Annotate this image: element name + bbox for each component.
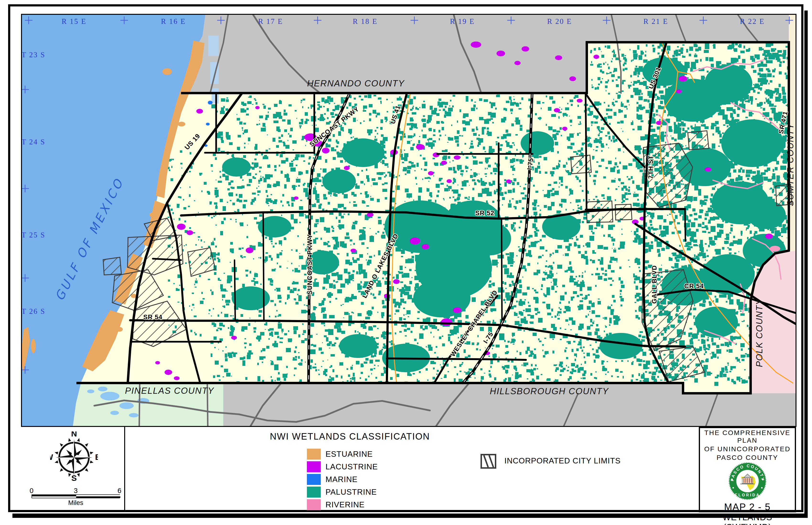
scale-tick-3: 3 [74, 487, 77, 495]
title-line-3: PASCO COUNTY [700, 454, 795, 462]
legend-item-lacustrine: LACUSTRINE [307, 461, 378, 472]
city-limits-swatch [480, 454, 496, 469]
legend-swatch-estuarine [307, 449, 321, 460]
legend-label-lacustrine: LACUSTRINE [325, 462, 378, 471]
legend-item-riverine: RIVERINE [307, 499, 365, 510]
title-line-1: THE COMPREHENSIVE PLAN [700, 429, 795, 444]
compass-s: S [71, 474, 77, 482]
compass-rose: N S W E [50, 432, 98, 482]
legend-label-palustrine: PALUSTRINE [325, 487, 377, 497]
scale-seg [76, 496, 120, 498]
map-number: MAP 2 - 5 [700, 501, 795, 512]
legend-swatch-palustrine [307, 486, 321, 498]
legend-swatch-marine [307, 474, 321, 485]
scale-unit: Miles [31, 499, 120, 507]
compass-n: N [71, 432, 77, 438]
map-sheet: HERNANDO COUNTYPINELLAS COUNTYHILLSBOROU… [0, 0, 812, 525]
page-shadow-right [804, 11, 808, 518]
scale-tick-0: 0 [30, 487, 33, 495]
legend-swatch-riverine [307, 499, 321, 510]
compass-w: W [50, 452, 53, 462]
compass-e: E [95, 452, 98, 462]
city-limits-hatch-icon [482, 455, 495, 467]
legend-label-marine: MARINE [325, 475, 358, 484]
scale-bar: 0 3 6 Miles [31, 487, 120, 507]
scale-seg [32, 496, 76, 498]
map-subtitle: WETLANDS (SWFWMD) [700, 512, 795, 525]
title-line-2: OF UNINCORPORATED [700, 445, 795, 453]
scale-bar-graphic [31, 494, 120, 498]
scale-ticks: 0 3 6 [31, 487, 120, 494]
panel-divider [124, 427, 125, 512]
county-seal: PASCO COUNTY FLORIDA [728, 462, 767, 500]
legend-item-marine: MARINE [307, 474, 358, 485]
svg-text:FLORIDA: FLORIDA [735, 493, 760, 497]
legend-label-estuarine: ESTUARINE [325, 450, 373, 459]
legend-title: NWI WETLANDS CLASSIFICATION [248, 432, 451, 442]
legend-item-palustrine: PALUSTRINE [307, 486, 377, 498]
legend-label-riverine: RIVERINE [325, 500, 365, 509]
legend-item-estuarine: ESTUARINE [307, 449, 373, 460]
page-shadow-bottom [12, 513, 808, 518]
city-limits-label: INCORPORATED CITY LIMITS [504, 456, 621, 465]
scale-tick-6: 6 [117, 487, 121, 495]
title-block: THE COMPREHENSIVE PLAN OF UNINCORPORATED… [699, 427, 796, 512]
legend-swatch-lacustrine [307, 461, 321, 472]
map-frame [21, 14, 796, 427]
